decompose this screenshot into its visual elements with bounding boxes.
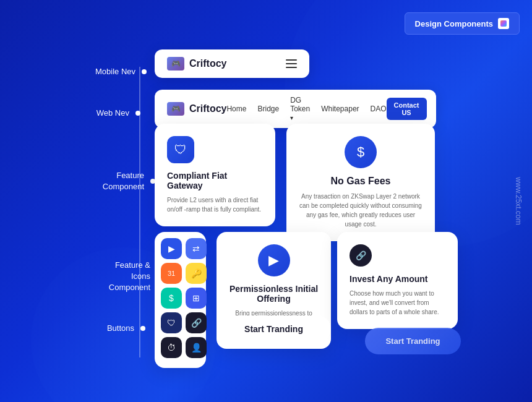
design-components-label: Design Components: [415, 19, 493, 28]
nav-link-home[interactable]: Home: [226, 105, 246, 113]
icons-row-4: 🛡 🔗: [161, 312, 200, 333]
calendar-icon-box: 31: [161, 263, 182, 284]
figma-icon: [498, 18, 509, 29]
contact-us-button[interactable]: Contact US: [387, 98, 427, 120]
shield-icon-box: 🛡: [161, 312, 182, 333]
invest-card-text: Choose how much you want to invest, and …: [350, 289, 445, 317]
hamburger-menu[interactable]: [286, 59, 297, 68]
key-icon-box: 🔑: [186, 263, 207, 284]
nav-link-dg-token[interactable]: DG Token: [290, 96, 310, 122]
mobile-nav-logo: 🎮 Criftocy: [167, 57, 226, 71]
feature-card-1-title: Compliant Fiat Gateway: [167, 171, 263, 190]
grid-icon-box: ⊞: [186, 288, 207, 309]
sidebar-item-feature-icons: Feature &IconsComponent: [38, 260, 161, 294]
start-trading-white-button[interactable]: Start Tranding: [217, 315, 331, 343]
web-nav-logo: 🎮 Criftocy: [167, 102, 226, 116]
main-content: 🎮 Criftocy 🎮 Criftocy Home Bridge DG Tok…: [155, 49, 520, 390]
sidebar-item-feature-component: FeatureComponent: [38, 170, 155, 192]
sidebar-label-buttons: Buttons: [107, 323, 134, 333]
web-logo-icon: 🎮: [167, 102, 184, 116]
shield-icon: 🛡: [167, 136, 194, 163]
nav-link-whitepaper[interactable]: Whitepaper: [321, 105, 359, 113]
sidebar-dot-web-nev: [135, 111, 140, 116]
web-logo-text: Criftocy: [189, 103, 226, 114]
feature-card-2-title: No Gas Fees: [299, 176, 423, 187]
sidebar-item-buttons: Buttons: [107, 323, 145, 333]
feature-card-no-gas: $ No Gas Fees Any trasaction on ZKSwap L…: [286, 124, 435, 241]
icons-row-3: $ ⊞: [161, 288, 200, 309]
watermark: www.25xt.com: [514, 177, 523, 225]
exchange-icon-box: ⇄: [186, 238, 207, 259]
icons-row-1: ▶ ⇄: [161, 238, 200, 259]
mobile-logo-text: Criftocy: [189, 58, 226, 69]
hamburger-line-1: [286, 59, 297, 61]
web-nav-links: Home Bridge DG Token Whitepaper DAO: [226, 96, 386, 122]
mobile-nav-card: 🎮 Criftocy: [155, 49, 309, 78]
sidebar-item-mobile-nev: Mobile Nev: [95, 67, 147, 76]
feature-card-2-text: Any trasaction on ZKSwap Layer 2 network…: [299, 192, 423, 229]
invest-card-title: Invest Any Amount: [350, 274, 445, 284]
sidebar-label-mobile-nev: Mobile Nev: [95, 67, 135, 76]
design-components-button[interactable]: Design Components: [405, 12, 520, 35]
feature-card-invest: 🔗 Invest Any Amount Choose how much you …: [337, 232, 458, 329]
dollar-icon-box: $: [161, 288, 182, 309]
icons-row-2: 31 🔑: [161, 263, 200, 284]
hamburger-line-3: [286, 67, 297, 68]
sidebar-item-web-nev: Web Nev: [97, 108, 140, 118]
hamburger-line-2: [286, 63, 297, 64]
play-circle-icon: ▶: [258, 244, 290, 276]
start-trading-blue-button[interactable]: Start Tranding: [365, 328, 461, 354]
sidebar-dot-buttons: [140, 326, 145, 331]
play-icon-box: ▶: [161, 238, 182, 259]
user-icon-box: 👤: [186, 337, 207, 358]
sidebar-label-feature-icons: Feature &IconsComponent: [109, 260, 150, 294]
sidebar-dot-mobile-nev: [142, 69, 147, 74]
sidebar-label-feature-component: FeatureComponent: [103, 170, 144, 192]
top-bar: Design Components: [405, 12, 520, 35]
nav-link-dao[interactable]: DAO: [371, 105, 387, 113]
icons-row-5: ⏱ 👤: [161, 337, 200, 358]
nav-link-bridge[interactable]: Bridge: [257, 105, 279, 113]
mobile-logo-icon: 🎮: [167, 57, 184, 71]
feature-card-compliant-fiat: 🛡 Compliant Fiat Gateway Provide L2 user…: [155, 124, 275, 226]
link-circle-icon: 🔗: [350, 244, 372, 267]
sidebar-label-web-nev: Web Nev: [97, 108, 129, 118]
feature-card-1-text: Provide L2 users with a direct fiat on/o…: [167, 195, 263, 214]
clock-icon-box: ⏱: [161, 337, 182, 358]
dollar-circle-icon: $: [345, 136, 377, 168]
icons-grid: ▶ ⇄ 31 🔑 $ ⊞ 🛡 🔗 ⏱ 👤: [155, 232, 206, 368]
start-trading-area: Start Tranding: [217, 315, 331, 343]
link-icon-box: 🔗: [186, 312, 207, 333]
perm-card-title: Permissionless Initial Offering: [229, 284, 319, 304]
web-nav-card: 🎮 Criftocy Home Bridge DG Token Whitepap…: [155, 90, 436, 128]
